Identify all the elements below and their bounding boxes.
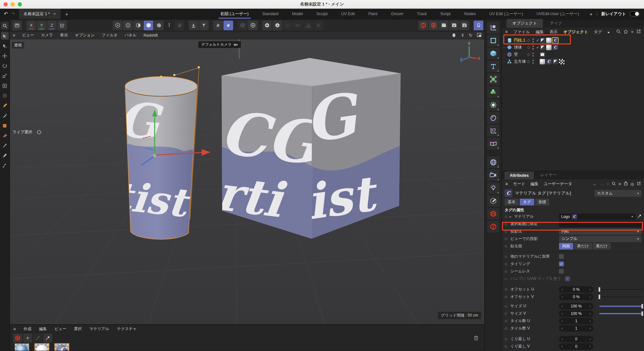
dolly-view-icon[interactable]: ⇕ [461, 33, 464, 38]
render-to-picture-viewer-button[interactable] [449, 21, 459, 30]
texture-tag-icon[interactable]: C [553, 45, 558, 50]
compositing-tag-icon[interactable] [540, 52, 545, 57]
generator-gear-dock-icon[interactable] [487, 99, 499, 111]
redo-icon[interactable]: ↷ [11, 11, 15, 17]
material-link-field[interactable]: Logo C ▾ [559, 213, 635, 220]
pick-material-button[interactable] [43, 334, 52, 343]
assign-material-button[interactable] [33, 334, 42, 343]
axis-modify-dock-icon[interactable] [487, 125, 499, 137]
model-mode-button[interactable] [144, 21, 153, 30]
new-document-tab-button[interactable]: + [61, 9, 73, 19]
layout-tab-nodes[interactable]: Nodes [457, 9, 482, 19]
subdivision-surface-dock-icon[interactable] [487, 73, 499, 85]
last-tool-button[interactable] [12, 21, 22, 30]
render-settings-button[interactable] [459, 21, 469, 30]
add-to-material-checkbox[interactable]: ✓ [559, 254, 564, 259]
pan-view-icon[interactable] [451, 33, 456, 38]
compositing-checker-tag-icon[interactable] [559, 59, 564, 64]
viewport-solo-button[interactable] [262, 21, 272, 30]
sky-environment-dock-icon[interactable] [487, 157, 499, 168]
length-v-slider[interactable] [599, 311, 642, 316]
enable-snap-button[interactable] [189, 21, 198, 30]
layout-toggle-switch[interactable] [630, 11, 639, 16]
axis-x-lock-button[interactable]: X [26, 21, 36, 30]
pen-tool-icon[interactable] [1, 102, 9, 109]
material-thumb-sky[interactable] [14, 343, 29, 351]
viewport-menu-camera[interactable]: カメラ [41, 33, 53, 38]
viewport-menu-redshift[interactable]: Redshift [144, 33, 158, 38]
tiles-u-spinner[interactable]: ‹1› [559, 318, 593, 324]
object-manager-menu-icon[interactable]: ≡ [505, 30, 507, 34]
material-menu-material[interactable]: マテリアル [90, 326, 109, 332]
view-projection-dropdown[interactable]: シンプル▾ [559, 236, 641, 242]
side-back-button[interactable]: 裏だけ [593, 243, 611, 250]
scale-tool-icon[interactable] [1, 72, 9, 80]
grid-snap-button[interactable]: # [213, 21, 223, 30]
uvw-bump-checkbox[interactable]: ✓ [565, 276, 570, 281]
length-v-spinner[interactable]: ‹100 %› [559, 310, 593, 317]
falloff-rings-button[interactable] [238, 21, 247, 30]
transform-tool-icon[interactable] [1, 82, 9, 90]
at-track-icon[interactable]: ◎ [630, 182, 634, 186]
close-tab-icon[interactable]: ✕ [53, 12, 56, 16]
workplane-axis-button[interactable] [164, 21, 174, 30]
viewport-menu-panel[interactable]: パネル [125, 33, 137, 38]
offset-v-spinner[interactable]: ‹0 %› [559, 294, 593, 300]
edges-mode-button[interactable] [123, 21, 133, 30]
at-menu-mode[interactable]: モード [513, 181, 525, 187]
points-mode-button[interactable] [113, 21, 122, 30]
layout-tab-script[interactable]: Script [433, 9, 457, 19]
om-menu-view[interactable]: 表示 [549, 29, 557, 35]
length-u-spinner[interactable]: ‹100 %› [559, 303, 593, 309]
om-filter-icon[interactable]: ≡ [631, 30, 633, 34]
material-menu-icon[interactable]: ≡ [13, 327, 16, 332]
at-search-icon[interactable] [612, 182, 616, 186]
toggle-panel-icon[interactable] [477, 33, 481, 38]
dual-pen-tool-icon[interactable] [1, 132, 9, 139]
falloff-gear-button[interactable] [248, 21, 258, 30]
subtab-coordinates[interactable]: 座標 [535, 199, 549, 205]
redshift-camera-dock-icon[interactable] [487, 221, 499, 232]
viewport-menu-options[interactable]: オプション [75, 33, 94, 38]
layout-tab-uvedit[interactable]: UV Edit [335, 9, 362, 19]
viewport-search-icon[interactable] [1, 22, 9, 30]
material-tag-icon[interactable] [540, 59, 545, 64]
render-region-red-button[interactable] [429, 21, 438, 30]
symmetry-dock-icon[interactable] [487, 138, 499, 149]
attributes-menu-icon[interactable]: ≡ [505, 181, 508, 186]
material-tag-icon[interactable] [546, 38, 552, 43]
axis-z-lock-button[interactable]: Z [47, 21, 57, 30]
subtab-tag[interactable]: タグ [520, 199, 534, 205]
section-tag-properties[interactable]: タグの属性 [502, 206, 644, 213]
redshift-renderview-button[interactable]: RV [418, 21, 428, 30]
knife-tool-icon[interactable] [1, 112, 9, 119]
text-tool-dock-icon[interactable] [487, 61, 499, 72]
viewport-menu-filter[interactable]: フィルタ [102, 33, 118, 38]
triangle-gear-button[interactable] [303, 21, 313, 30]
material-menu-texture[interactable]: テクスチャ [117, 326, 137, 332]
layout-tab-model[interactable]: Model [285, 9, 310, 19]
at-menu-userdata[interactable]: ユーザーデータ [544, 181, 572, 187]
om-menu-tags[interactable]: タグ [594, 29, 602, 35]
side-both-button[interactable]: 両面 [559, 243, 573, 250]
render-view-button[interactable] [439, 21, 449, 30]
side-front-button[interactable]: 表だけ [574, 243, 592, 250]
selection-options-tool-icon[interactable] [1, 42, 9, 50]
om-menu-more-icon[interactable]: ▸ [608, 30, 610, 34]
seamless-checkbox[interactable]: ✓ [559, 269, 564, 274]
restrict-selection-field[interactable] [559, 221, 641, 227]
auto-keying-button[interactable]: A [272, 21, 282, 30]
add-material-button[interactable]: + [23, 334, 32, 343]
at-lock-icon[interactable] [624, 181, 628, 186]
soft-selection-tool-icon[interactable] [1, 92, 9, 100]
om-menu-edit[interactable]: 編集 [535, 29, 544, 35]
om-menu-objects[interactable]: オブジェクト [563, 29, 588, 35]
material-menu-select[interactable]: 選択 [74, 326, 82, 332]
layout-tab-groom[interactable]: Groom [384, 9, 410, 19]
brush-tool-icon[interactable] [1, 142, 9, 149]
om-search-icon[interactable] [616, 29, 620, 34]
viewport-menu-icon[interactable]: ≡ [13, 33, 15, 38]
polygons-mode-button[interactable] [133, 21, 143, 30]
snap-settings-button[interactable] [199, 21, 209, 30]
tab-objects[interactable]: オブジェクト [507, 19, 543, 28]
